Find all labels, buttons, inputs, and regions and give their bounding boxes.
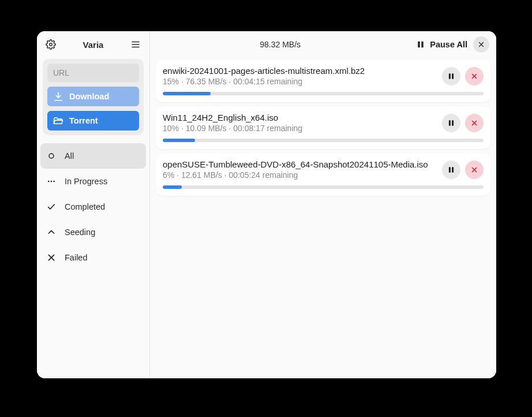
svg-rect-10 <box>418 42 420 48</box>
svg-rect-19 <box>452 120 454 125</box>
download-status: 10% · 10.09 MB/s · 00:08:17 remaining <box>163 124 442 133</box>
sidebar-item-label: Completed <box>65 202 105 211</box>
sidebar-item-failed[interactable]: Failed <box>37 245 149 270</box>
progress-fill <box>163 185 182 189</box>
progress-bar <box>163 185 484 189</box>
menu-button[interactable] <box>128 36 144 53</box>
x-icon <box>46 252 57 263</box>
sidebar-item-completed[interactable]: Completed <box>37 194 149 219</box>
main-header: 98.32 MB/s Pause All <box>150 31 496 58</box>
download-speed: 10.09 MB/s <box>186 124 227 133</box>
download-button[interactable]: Download <box>47 87 139 106</box>
sidebar-item-label: Failed <box>65 253 88 262</box>
main-pane: 98.32 MB/s Pause All enwiki-20241001-pag… <box>150 31 496 378</box>
torrent-button[interactable]: Torrent <box>47 111 139 131</box>
download-name: openSUSE-Tumbleweed-DVD-x86_64-Snapshot2… <box>163 159 442 169</box>
sidebar-item-inprogress[interactable]: In Progress <box>37 169 149 194</box>
pause-icon <box>447 166 455 174</box>
url-placeholder: URL <box>53 68 69 77</box>
dots-icon <box>46 176 57 187</box>
sidebar-item-label: All <box>65 151 74 161</box>
settings-button[interactable] <box>43 36 59 53</box>
download-name: Win11_24H2_English_x64.iso <box>163 113 442 122</box>
x-icon <box>470 166 478 174</box>
download-card: enwiki-20241001-pages-articles-multistre… <box>156 60 490 102</box>
svg-point-7 <box>53 181 55 183</box>
check-icon <box>46 202 57 212</box>
download-status: 6% · 12.61 MB/s · 00:05:24 remaining <box>163 170 442 180</box>
pause-all-button[interactable]: Pause All <box>410 40 473 49</box>
cancel-download-button[interactable] <box>465 161 484 179</box>
svg-rect-11 <box>422 42 424 48</box>
download-remaining: 00:05:24 remaining <box>228 170 298 180</box>
app-window: Varia URL Download Torrent <box>37 31 496 378</box>
svg-rect-22 <box>449 167 451 172</box>
torrent-label: Torrent <box>69 116 98 125</box>
progress-fill <box>163 92 211 95</box>
svg-rect-18 <box>449 120 451 125</box>
download-percent: 15% <box>163 77 179 86</box>
download-card: Win11_24H2_English_x64.iso10% · 10.09 MB… <box>156 107 490 149</box>
pause-download-button[interactable] <box>442 67 460 85</box>
filter-list: AllIn ProgressCompletedSeedingFailed <box>37 141 149 378</box>
pause-icon <box>447 72 455 80</box>
close-icon <box>477 40 485 49</box>
pause-download-button[interactable] <box>442 161 460 179</box>
folder-open-icon <box>53 116 63 126</box>
sidebar-item-all[interactable]: All <box>40 143 146 169</box>
download-name: enwiki-20241001-pages-articles-multistre… <box>163 66 442 76</box>
download-card: openSUSE-Tumbleweed-DVD-x86_64-Snapshot2… <box>156 154 490 196</box>
x-icon <box>470 119 478 127</box>
close-button[interactable] <box>473 36 489 53</box>
add-panel: URL Download Torrent <box>43 59 144 135</box>
download-remaining: 00:08:17 remaining <box>233 124 302 133</box>
sidebar-item-label: In Progress <box>65 177 107 186</box>
download-percent: 10% <box>163 124 179 133</box>
download-remaining: 00:04:15 remaining <box>233 77 302 86</box>
download-percent: 6% <box>163 170 174 180</box>
total-speed: 98.32 MB/s <box>150 40 410 49</box>
download-speed: 12.61 MB/s <box>181 170 222 180</box>
download-speed: 76.35 MB/s <box>186 77 227 86</box>
progress-bar <box>163 92 484 95</box>
chevron-up-icon <box>46 227 57 237</box>
x-icon <box>470 72 478 80</box>
download-label: Download <box>69 92 109 101</box>
svg-point-0 <box>50 43 53 46</box>
circle-icon <box>46 151 57 161</box>
progress-fill <box>163 139 195 142</box>
pause-all-label: Pause All <box>430 40 467 49</box>
pause-icon <box>416 40 425 49</box>
sidebar-header: Varia <box>37 31 149 58</box>
progress-bar <box>163 139 484 142</box>
pause-icon <box>447 119 455 127</box>
svg-rect-23 <box>452 167 454 172</box>
gear-icon <box>46 39 56 50</box>
sidebar: Varia URL Download Torrent <box>37 31 150 378</box>
svg-rect-14 <box>449 73 451 79</box>
download-status: 15% · 76.35 MB/s · 00:04:15 remaining <box>163 77 442 86</box>
cancel-download-button[interactable] <box>465 67 484 85</box>
cancel-download-button[interactable] <box>465 114 484 132</box>
svg-rect-15 <box>452 73 454 79</box>
pause-download-button[interactable] <box>442 114 460 132</box>
download-list: enwiki-20241001-pages-articles-multistre… <box>150 58 496 198</box>
sidebar-item-label: Seeding <box>65 228 95 237</box>
svg-point-5 <box>48 181 50 183</box>
sidebar-item-seeding[interactable]: Seeding <box>37 219 149 245</box>
url-input[interactable]: URL <box>47 64 139 82</box>
download-icon <box>53 91 63 102</box>
hamburger-icon <box>130 39 141 50</box>
app-title: Varia <box>59 40 128 50</box>
svg-point-4 <box>49 154 54 158</box>
svg-point-6 <box>51 181 53 183</box>
